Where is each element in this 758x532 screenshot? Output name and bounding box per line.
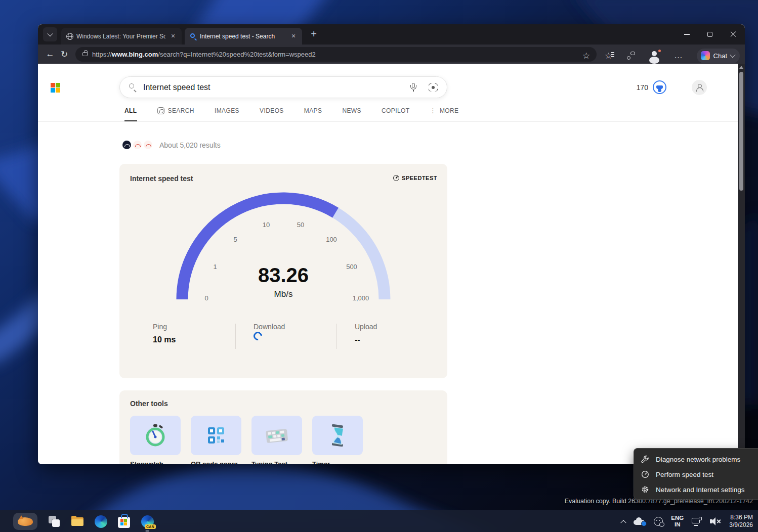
tab-label: ALL: [124, 107, 137, 114]
network-icon[interactable]: [692, 517, 702, 526]
nav-divider: [38, 121, 738, 122]
copilot-icon: [701, 51, 710, 60]
task-view-button[interactable]: [48, 515, 61, 528]
menu-item-label: Perform speed test: [656, 471, 713, 478]
menu-item-diagnose[interactable]: Diagnose network problems: [634, 452, 758, 467]
file-explorer-button[interactable]: [71, 515, 84, 528]
canary-badge: CAN: [145, 524, 156, 529]
bing-profile-button[interactable]: [692, 80, 707, 95]
stat-value: 10 ms: [153, 335, 176, 344]
tab-copilot[interactable]: COPILOT: [382, 107, 409, 120]
person-icon: [696, 84, 703, 91]
url-path: /search?q=Internet%20speed%20test&form=w…: [158, 51, 315, 58]
search-nav-tabs: ALL SEARCH IMAGES VIDEOS MAPS NEWS COPIL…: [124, 107, 459, 120]
close-button[interactable]: [722, 24, 745, 45]
tab-label: SEARCH: [168, 107, 194, 114]
page-scrollbar[interactable]: [738, 64, 745, 464]
edge-button[interactable]: [94, 515, 107, 528]
scrollbar-thumb[interactable]: [739, 72, 743, 191]
tool-label: QR code gener: [191, 460, 246, 464]
microphone-icon[interactable]: [410, 83, 416, 92]
edge-canary-button[interactable]: CAN: [141, 515, 154, 528]
favorites-list-button[interactable]: ☆: [602, 49, 616, 63]
search-query[interactable]: Internet speed test: [143, 83, 410, 92]
language-indicator[interactable]: ENG IN: [671, 515, 684, 528]
tab-more[interactable]: ⋮MORE: [430, 107, 458, 120]
new-tab-button[interactable]: +: [307, 28, 320, 41]
edge-icon: [95, 515, 107, 528]
microsoft-store-button[interactable]: [117, 515, 131, 528]
gauge-tick: 50: [297, 221, 304, 229]
divider: [235, 324, 236, 349]
bing-page: Internet speed test 170 ALL SEARCH IMAGE…: [38, 64, 745, 464]
onedrive-icon[interactable]: [634, 517, 646, 525]
back-button[interactable]: ←: [43, 47, 57, 61]
tray-overflow-button[interactable]: [621, 520, 626, 525]
minimize-button[interactable]: [675, 24, 698, 45]
maximize-button[interactable]: [698, 24, 722, 45]
tab-close-icon[interactable]: ×: [289, 32, 298, 41]
tool-qr-code[interactable]: [191, 416, 241, 455]
language-line1: ENG: [671, 515, 684, 521]
taskbar-fox-app[interactable]: [13, 513, 37, 530]
maximize-icon: [707, 32, 712, 37]
refresh-button[interactable]: ↻: [57, 47, 71, 61]
tab-windows-latest[interactable]: Windows Latest: Your Premier Sou ×: [61, 28, 182, 45]
tab-search-button[interactable]: [43, 27, 57, 41]
scroll-up-arrow[interactable]: [739, 66, 743, 69]
bing-search-icon: [190, 33, 197, 40]
browser-toolbar: ← ↻ https://www.bing.com/search?q=Intern…: [38, 45, 745, 64]
favorite-star-button[interactable]: ☆: [579, 49, 594, 63]
tab-speed-test-active[interactable]: Internet speed test - Search ×: [185, 28, 302, 45]
keyboard-icon: [265, 427, 288, 444]
tab-news[interactable]: NEWS: [342, 107, 361, 120]
tab-label: MORE: [440, 107, 459, 114]
profile-button[interactable]: [648, 49, 661, 62]
chat-label: Chat: [713, 52, 727, 60]
menu-item-speed-test[interactable]: Perform speed test: [634, 467, 758, 482]
copilot-chat-button[interactable]: Chat: [697, 49, 740, 63]
tab-strip: Windows Latest: Your Premier Sou × Inter…: [38, 24, 745, 45]
store-icon: [118, 517, 130, 528]
address-bar[interactable]: https://www.bing.com/search?q=Internet%2…: [75, 47, 597, 62]
speedtest-brand[interactable]: SPEEDTEST: [393, 175, 437, 181]
tool-label: Stopwatch: [130, 460, 186, 464]
tab-title: Windows Latest: Your Premier Sou: [76, 33, 165, 40]
tab-label: IMAGES: [215, 107, 239, 114]
tab-all[interactable]: ALL: [124, 107, 137, 122]
extensions-button[interactable]: [624, 49, 638, 63]
tab-videos[interactable]: VIDEOS: [260, 107, 284, 120]
emoji-people-icon[interactable]: [654, 517, 663, 526]
divider: [336, 324, 337, 349]
extensions-icon: [627, 52, 635, 60]
clock[interactable]: 8:36 PM 3/9/2026: [729, 514, 753, 529]
stopwatch-icon: [145, 424, 165, 447]
wrench-icon: [641, 455, 649, 463]
upload-stat: Upload --: [355, 323, 377, 344]
tray-time: 8:36 PM: [729, 514, 753, 521]
taskbar-apps: CAN: [13, 510, 154, 532]
tool-timer[interactable]: [312, 416, 363, 455]
tray-date: 3/9/2026: [729, 521, 753, 529]
more-menu-button[interactable]: …: [671, 49, 686, 63]
volume-muted-icon[interactable]: [710, 517, 721, 525]
url-prefix: https://: [92, 51, 112, 58]
rewards-points: 170: [637, 83, 648, 92]
speedtest-favicon: [122, 141, 131, 149]
rewards-widget[interactable]: 170: [637, 80, 666, 94]
tab-label: VIDEOS: [260, 107, 284, 114]
tab-images[interactable]: IMAGES: [215, 107, 239, 120]
menu-item-label: Diagnose network problems: [656, 456, 740, 463]
menu-item-network-settings[interactable]: Network and Internet settings: [634, 482, 758, 497]
tool-stopwatch[interactable]: [130, 416, 181, 455]
tab-maps[interactable]: MAPS: [304, 107, 322, 120]
tool-typing-test[interactable]: [251, 416, 302, 455]
search-box[interactable]: Internet speed test: [119, 76, 447, 98]
other-tools-card: Other tools: [119, 390, 447, 464]
visual-search-icon[interactable]: [429, 83, 438, 92]
running-indicator: [146, 530, 149, 532]
microsoft-logo[interactable]: [51, 83, 60, 93]
speedtest-logo-icon: [393, 175, 399, 181]
tab-search[interactable]: SEARCH: [157, 107, 194, 120]
tab-close-icon[interactable]: ×: [169, 32, 178, 41]
